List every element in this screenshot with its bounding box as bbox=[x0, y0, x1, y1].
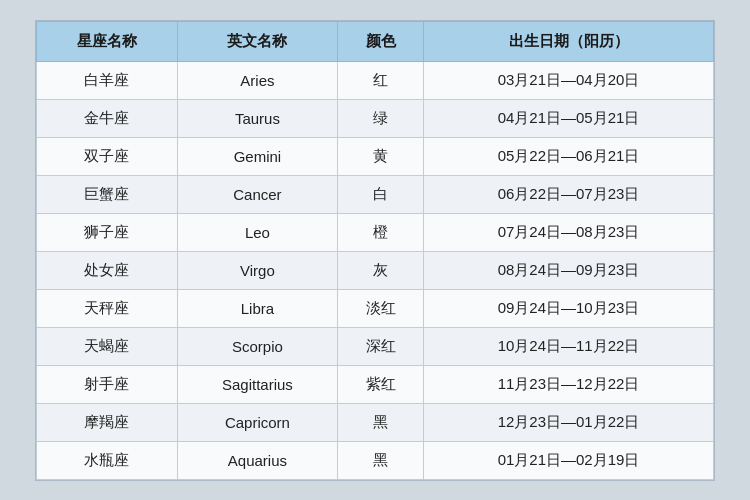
table-cell-4-2: 橙 bbox=[338, 213, 424, 251]
table-cell-9-2: 黑 bbox=[338, 403, 424, 441]
table-cell-3-0: 巨蟹座 bbox=[37, 175, 178, 213]
table-cell-10-3: 01月21日—02月19日 bbox=[424, 441, 714, 479]
table-cell-5-0: 处女座 bbox=[37, 251, 178, 289]
table-cell-2-1: Gemini bbox=[177, 137, 338, 175]
table-row: 天秤座Libra淡红09月24日—10月23日 bbox=[37, 289, 714, 327]
table-cell-3-2: 白 bbox=[338, 175, 424, 213]
table-row: 白羊座Aries红03月21日—04月20日 bbox=[37, 61, 714, 99]
zodiac-table: 星座名称英文名称颜色出生日期（阳历） 白羊座Aries红03月21日—04月20… bbox=[36, 21, 714, 480]
table-cell-3-3: 06月22日—07月23日 bbox=[424, 175, 714, 213]
table-cell-3-1: Cancer bbox=[177, 175, 338, 213]
table-cell-9-3: 12月23日—01月22日 bbox=[424, 403, 714, 441]
table-cell-7-3: 10月24日—11月22日 bbox=[424, 327, 714, 365]
table-cell-10-2: 黑 bbox=[338, 441, 424, 479]
table-cell-0-3: 03月21日—04月20日 bbox=[424, 61, 714, 99]
table-cell-7-1: Scorpio bbox=[177, 327, 338, 365]
table-cell-4-3: 07月24日—08月23日 bbox=[424, 213, 714, 251]
table-header-col-2: 颜色 bbox=[338, 21, 424, 61]
table-cell-7-2: 深红 bbox=[338, 327, 424, 365]
table-cell-7-0: 天蝎座 bbox=[37, 327, 178, 365]
table-row: 天蝎座Scorpio深红10月24日—11月22日 bbox=[37, 327, 714, 365]
table-cell-8-1: Sagittarius bbox=[177, 365, 338, 403]
table-cell-2-0: 双子座 bbox=[37, 137, 178, 175]
table-row: 处女座Virgo灰08月24日—09月23日 bbox=[37, 251, 714, 289]
zodiac-table-wrapper: 星座名称英文名称颜色出生日期（阳历） 白羊座Aries红03月21日—04月20… bbox=[35, 20, 715, 481]
table-row: 狮子座Leo橙07月24日—08月23日 bbox=[37, 213, 714, 251]
table-cell-6-2: 淡红 bbox=[338, 289, 424, 327]
table-header-row: 星座名称英文名称颜色出生日期（阳历） bbox=[37, 21, 714, 61]
table-header-col-3: 出生日期（阳历） bbox=[424, 21, 714, 61]
table-cell-6-1: Libra bbox=[177, 289, 338, 327]
table-cell-0-1: Aries bbox=[177, 61, 338, 99]
table-cell-8-2: 紫红 bbox=[338, 365, 424, 403]
table-row: 摩羯座Capricorn黑12月23日—01月22日 bbox=[37, 403, 714, 441]
table-cell-6-0: 天秤座 bbox=[37, 289, 178, 327]
table-cell-10-0: 水瓶座 bbox=[37, 441, 178, 479]
table-cell-0-2: 红 bbox=[338, 61, 424, 99]
table-cell-5-2: 灰 bbox=[338, 251, 424, 289]
table-cell-10-1: Aquarius bbox=[177, 441, 338, 479]
table-header-col-0: 星座名称 bbox=[37, 21, 178, 61]
table-cell-6-3: 09月24日—10月23日 bbox=[424, 289, 714, 327]
table-row: 巨蟹座Cancer白06月22日—07月23日 bbox=[37, 175, 714, 213]
table-row: 双子座Gemini黄05月22日—06月21日 bbox=[37, 137, 714, 175]
table-cell-1-1: Taurus bbox=[177, 99, 338, 137]
table-cell-2-3: 05月22日—06月21日 bbox=[424, 137, 714, 175]
table-cell-2-2: 黄 bbox=[338, 137, 424, 175]
table-cell-4-0: 狮子座 bbox=[37, 213, 178, 251]
table-cell-1-0: 金牛座 bbox=[37, 99, 178, 137]
table-cell-5-1: Virgo bbox=[177, 251, 338, 289]
table-cell-9-0: 摩羯座 bbox=[37, 403, 178, 441]
table-cell-1-3: 04月21日—05月21日 bbox=[424, 99, 714, 137]
table-cell-5-3: 08月24日—09月23日 bbox=[424, 251, 714, 289]
table-cell-8-3: 11月23日—12月22日 bbox=[424, 365, 714, 403]
table-cell-0-0: 白羊座 bbox=[37, 61, 178, 99]
table-row: 射手座Sagittarius紫红11月23日—12月22日 bbox=[37, 365, 714, 403]
table-header-col-1: 英文名称 bbox=[177, 21, 338, 61]
table-cell-9-1: Capricorn bbox=[177, 403, 338, 441]
table-row: 水瓶座Aquarius黑01月21日—02月19日 bbox=[37, 441, 714, 479]
table-body: 白羊座Aries红03月21日—04月20日金牛座Taurus绿04月21日—0… bbox=[37, 61, 714, 479]
table-cell-8-0: 射手座 bbox=[37, 365, 178, 403]
table-cell-4-1: Leo bbox=[177, 213, 338, 251]
table-row: 金牛座Taurus绿04月21日—05月21日 bbox=[37, 99, 714, 137]
table-cell-1-2: 绿 bbox=[338, 99, 424, 137]
